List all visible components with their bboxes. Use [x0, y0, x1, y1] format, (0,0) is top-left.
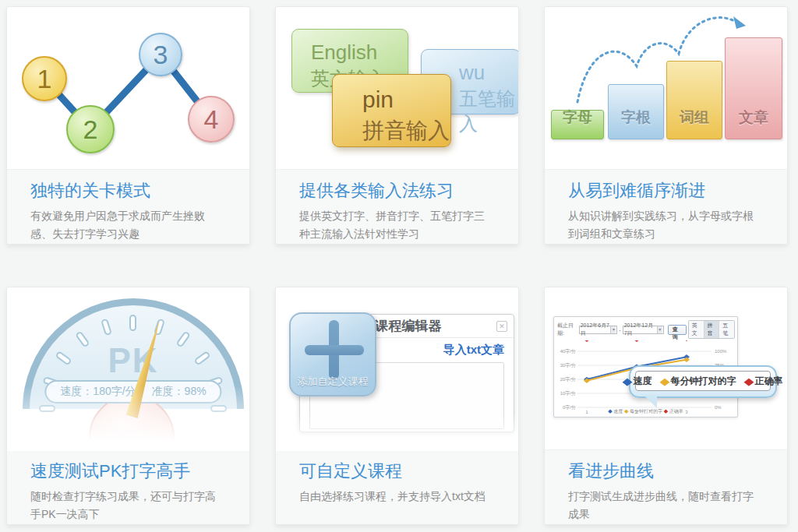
legend-marker-icon: ◆	[743, 375, 754, 387]
card-description: 自由选择练习课程，并支持导入txt文档	[299, 488, 495, 506]
legend-item-accuracy: ◆ 正确率	[745, 375, 783, 388]
legend-marker-icon: ◆	[622, 375, 632, 387]
tab-wubi: 五笔	[719, 321, 734, 338]
card-custom-course: 课程编辑器 ✕ 导入txt文章 添加自定义课程 可自定义课程 自由选择练习课程，…	[275, 287, 519, 525]
query-button: 查询	[668, 325, 687, 335]
level-path-illustration: 1 2 3 4	[7, 7, 249, 171]
level-node-4: 4	[188, 96, 235, 143]
card-description: 随时检查打字练习成果，还可与打字高手PK一决高下	[30, 488, 226, 523]
speed-value: 速度：180字/分	[60, 385, 136, 399]
gauge-tick	[101, 319, 112, 336]
card-description: 提供英文打字、拼音打字、五笔打字三种主流输入法针对性学习	[299, 207, 495, 243]
card-text-area: 提供各类输入法练习 提供英文打字、拼音打字、五笔打字三种主流输入法针对性学习	[276, 169, 518, 244]
dropdown-arrow-icon: ▾	[657, 326, 662, 333]
ascending-bars-illustration: 字母 字根 词组 文章	[545, 7, 787, 171]
gauge-tick	[210, 405, 227, 412]
mode-tabs: 英文 拼音 五笔	[688, 320, 735, 339]
card-title-link[interactable]: 从易到难循序渐进	[568, 180, 764, 202]
bar-radicals: 字根	[608, 84, 664, 139]
pinyin-input-box: pin 拼音输入	[332, 74, 451, 147]
svg-text:10字/分: 10字/分	[560, 390, 576, 396]
card-description: 从知识讲解到实践练习，从字母或字根到词组和文章练习	[568, 207, 764, 243]
course-editor-illustration: 课程编辑器 ✕ 导入txt文章 添加自定义课程	[276, 287, 518, 451]
card-description: 打字测试生成进步曲线，随时查看打字成果	[568, 488, 764, 523]
box-en-label: English	[311, 39, 408, 66]
level-node-3: 3	[139, 33, 182, 76]
legend-item-correct-per-min: ◆ 每分钟打对的字	[661, 375, 736, 388]
card-title-link[interactable]: 独特的关卡模式	[30, 180, 226, 202]
legend-marker-icon: ◆	[664, 408, 668, 414]
legend-label: 速度	[613, 409, 623, 414]
level-node-1: 1	[22, 56, 67, 101]
gauge-tick	[39, 405, 55, 412]
bar-letters: 字母	[551, 110, 604, 139]
legend-marker-icon: ◆	[608, 408, 612, 414]
input-method-illustration: English 英文输入 wu 五笔输入 pin 拼音输入	[276, 7, 518, 171]
legend-tooltip-content: ◆ 速度 ◆ 每分钟打对的字 ◆ 正确率	[635, 371, 771, 391]
plus-icon	[305, 345, 364, 355]
feature-card-grid: 1 2 3 4 独特的关卡模式 有效避免用户因急于求成而产生挫败感、失去打字学习…	[0, 0, 798, 525]
legend-label: 正确率	[669, 409, 683, 414]
box-zh-label: 拼音输入	[362, 116, 450, 146]
svg-text:20字/分: 20字/分	[560, 376, 576, 382]
card-progress-curve: 截止日期: 2012年6月7日 ▾ - 2012年12月7日 ▾ 查询 英文 拼…	[544, 287, 788, 525]
legend-label: 速度	[634, 375, 652, 388]
box-en-label: pin	[362, 84, 450, 116]
gauge-tick	[129, 315, 136, 331]
box-zh-label: 五笔输入	[459, 86, 518, 137]
legend-item-speed: ◆ 速度	[623, 375, 652, 388]
card-text-area: 看进步曲线 打字测试生成进步曲线，随时查看打字成果	[545, 449, 787, 524]
bar-articles: 文章	[725, 37, 782, 139]
svg-text:40字/分: 40字/分	[560, 348, 576, 354]
progress-chart-illustration: 截止日期: 2012年6月7日 ▾ - 2012年12月7日 ▾ 查询 英文 拼…	[545, 287, 787, 451]
gauge-dial: PK 速度：180字/分 准度：98%	[23, 298, 244, 409]
dropdown-arrow-icon: ▾	[610, 326, 616, 333]
svg-text:100%: 100%	[715, 349, 727, 354]
card-level-mode: 1 2 3 4 独特的关卡模式 有效避免用户因急于求成而产生挫败感、失去打字学习…	[6, 6, 250, 245]
card-text-area: 独特的关卡模式 有效避免用户因急于求成而产生挫败感、失去打字学习兴趣	[7, 169, 249, 244]
add-course-tile: 添加自定义课程	[289, 312, 376, 396]
card-text-area: 可自定义课程 自由选择练习课程，并支持导入txt文档	[276, 449, 518, 524]
legend-label: 每分钟打对的字	[630, 409, 662, 414]
close-icon: ✕	[496, 321, 507, 332]
card-input-methods: English 英文输入 wu 五笔输入 pin 拼音输入 提供各类输入法练习 …	[275, 6, 519, 245]
card-title-link[interactable]: 可自定义课程	[299, 460, 495, 482]
add-course-label: 添加自定义课程	[291, 375, 375, 389]
legend-label: 正确率	[755, 375, 783, 388]
speedometer-illustration: PK 速度：180字/分 准度：98%	[7, 287, 249, 451]
tab-english: 英文	[689, 321, 704, 338]
box-en-label: wu	[459, 59, 518, 86]
arrow-head-icon	[733, 16, 746, 29]
card-description: 有效避免用户因急于求成而产生挫败感、失去打字学习兴趣	[30, 207, 226, 243]
date-from-select: 2012年6月7日 ▾	[579, 326, 618, 334]
tab-pinyin: 拼音	[704, 321, 719, 338]
legend-marker-icon: ◆	[624, 408, 628, 414]
card-progression: 字母 字根 词组 文章 从易到难循序渐进 从知识讲解到实践练习，从字母或字根到词…	[544, 6, 788, 245]
date-to-select: 2012年12月7日 ▾	[623, 326, 664, 334]
date-to-value: 2012年12月7日	[624, 322, 656, 337]
card-title-link[interactable]: 提供各类输入法练习	[299, 180, 495, 202]
accuracy-value: 准度：98%	[152, 385, 207, 399]
stats-toolbar: 截止日期: 2012年6月7日 ▾ - 2012年12月7日 ▾ 查询 英文 拼…	[554, 317, 737, 340]
bar-phrases: 词组	[666, 61, 722, 139]
tooltip-tail	[644, 396, 657, 408]
card-title-link[interactable]: 速度测试PK打字高手	[30, 460, 226, 482]
card-speed-test: PK 速度：180字/分 准度：98% 速度测试PK打字高手 随时检查打字练习成…	[6, 287, 250, 525]
card-text-area: 速度测试PK打字高手 随时检查打字练习成果，还可与打字高手PK一决高下	[7, 449, 249, 524]
legend-tooltip: ◆ 速度 ◆ 每分钟打对的字 ◆ 正确率	[629, 365, 777, 398]
date-from-value: 2012年6月7日	[581, 322, 610, 337]
pk-label: PK	[30, 341, 237, 380]
date-separator: -	[619, 327, 620, 333]
svg-text:30字/分: 30字/分	[560, 362, 576, 368]
legend-label: 每分钟打对的字	[671, 375, 736, 388]
card-text-area: 从易到难循序渐进 从知识讲解到实践练习，从字母或字根到词组和文章练习	[545, 169, 787, 244]
legend-marker-icon: ◆	[659, 375, 669, 387]
card-title-link[interactable]: 看进步曲线	[568, 460, 764, 482]
deadline-label: 截止日期:	[557, 322, 577, 337]
level-node-2: 2	[66, 105, 115, 153]
mini-chart-legend: ◆ 速度 ◆ 每分钟打对的字 ◆ 正确率	[554, 408, 737, 415]
